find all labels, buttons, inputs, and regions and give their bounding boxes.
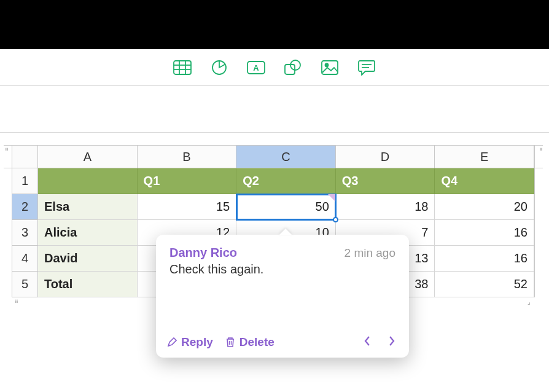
window-titlebar xyxy=(0,0,549,49)
cell-B1[interactable]: Q1 xyxy=(138,168,237,194)
cell-D1[interactable]: Q3 xyxy=(336,168,435,194)
row-gutter xyxy=(4,194,12,220)
text-icon[interactable]: A xyxy=(246,57,267,78)
comment-header: Danny Rico 2 min ago xyxy=(169,246,395,260)
comment-body: Danny Rico 2 min ago Check this again. xyxy=(156,235,409,327)
row-gutter xyxy=(534,194,543,220)
comment-popover: Danny Rico 2 min ago Check this again. R… xyxy=(156,235,409,358)
shape-icon[interactable] xyxy=(282,57,303,78)
formula-bar-area xyxy=(0,86,549,133)
table-handle-top-left[interactable]: ⠿ xyxy=(4,146,12,168)
row-number[interactable]: 3 xyxy=(12,220,38,246)
pencil-icon xyxy=(167,337,177,347)
column-header-C[interactable]: C xyxy=(236,146,336,168)
svg-text:A: A xyxy=(253,63,259,73)
row-gutter xyxy=(4,272,12,297)
row-gutter xyxy=(534,168,543,194)
delete-button[interactable]: Delete xyxy=(225,335,274,349)
gutter xyxy=(534,297,543,306)
column-header-A[interactable]: A xyxy=(38,146,138,168)
table-handle-bottom-left[interactable]: ⠿ xyxy=(12,297,38,306)
row-number[interactable]: 1 xyxy=(12,168,38,194)
chart-icon[interactable] xyxy=(209,57,230,78)
media-icon[interactable] xyxy=(319,57,340,78)
cell-E1[interactable]: Q4 xyxy=(435,168,534,194)
row-gutter xyxy=(534,246,543,272)
reply-label: Reply xyxy=(181,335,213,349)
prev-comment-button[interactable] xyxy=(361,333,373,352)
comment-text: Check this again. xyxy=(169,262,395,276)
comment-marker-icon[interactable] xyxy=(328,194,335,202)
svg-point-9 xyxy=(290,60,300,70)
row-number[interactable]: 4 xyxy=(12,246,38,272)
rownum-header-spacer xyxy=(12,146,38,168)
row-gutter xyxy=(4,168,12,194)
cell-E5[interactable]: 52 xyxy=(435,272,534,297)
row-gutter xyxy=(4,220,12,246)
cell-value: 50 xyxy=(316,200,329,214)
cell-C1[interactable]: Q2 xyxy=(236,168,336,194)
cell-C2[interactable]: 50 xyxy=(236,194,336,220)
reply-button[interactable]: Reply xyxy=(167,335,213,349)
toolbar: A xyxy=(0,49,549,86)
next-comment-button[interactable] xyxy=(386,333,398,352)
cell-A2[interactable]: Elsa xyxy=(38,194,138,220)
cell-E3[interactable]: 16 xyxy=(435,220,534,246)
row-number[interactable]: 2 xyxy=(12,194,38,220)
comment-icon[interactable] xyxy=(356,57,377,78)
svg-rect-0 xyxy=(174,61,191,74)
row-gutter xyxy=(534,220,543,246)
table-handle-bottom-right[interactable]: ⌟ xyxy=(523,297,534,306)
chevron-right-icon xyxy=(388,335,395,347)
comment-timestamp: 2 min ago xyxy=(345,246,395,260)
svg-rect-10 xyxy=(322,61,338,74)
svg-point-11 xyxy=(325,63,329,66)
cell-B2[interactable]: 15 xyxy=(138,194,237,220)
table-icon[interactable] xyxy=(172,57,193,78)
row-gutter xyxy=(534,272,543,297)
chevron-left-icon xyxy=(364,335,371,347)
gutter xyxy=(4,297,12,306)
trash-icon xyxy=(225,337,235,348)
cell-A5[interactable]: Total xyxy=(38,272,138,297)
cell-E2[interactable]: 20 xyxy=(435,194,534,220)
column-header-B[interactable]: B xyxy=(138,146,237,168)
comment-footer: Reply Delete xyxy=(156,327,409,358)
cell-D2[interactable]: 18 xyxy=(336,194,435,220)
selection-handle-icon[interactable] xyxy=(333,217,338,222)
cell-A4[interactable]: David xyxy=(38,246,138,272)
column-header-D[interactable]: D xyxy=(336,146,435,168)
comment-author: Danny Rico xyxy=(169,246,237,260)
delete-label: Delete xyxy=(239,335,274,349)
cell-E4[interactable]: 16 xyxy=(435,246,534,272)
cell-A3[interactable]: Alicia xyxy=(38,220,138,246)
column-header-E[interactable]: E xyxy=(435,146,534,168)
row-gutter xyxy=(4,246,12,272)
cell-A1[interactable] xyxy=(38,168,138,194)
table-row: 1 Q1 Q2 Q3 Q4 xyxy=(4,168,543,194)
table-handle-top-right[interactable]: ⠿ xyxy=(534,146,543,168)
row-number[interactable]: 5 xyxy=(12,272,38,297)
table-row: 2 Elsa 15 50 18 20 xyxy=(4,194,543,220)
column-header-row: ⠿ A B C D E ⠿ xyxy=(4,145,543,168)
